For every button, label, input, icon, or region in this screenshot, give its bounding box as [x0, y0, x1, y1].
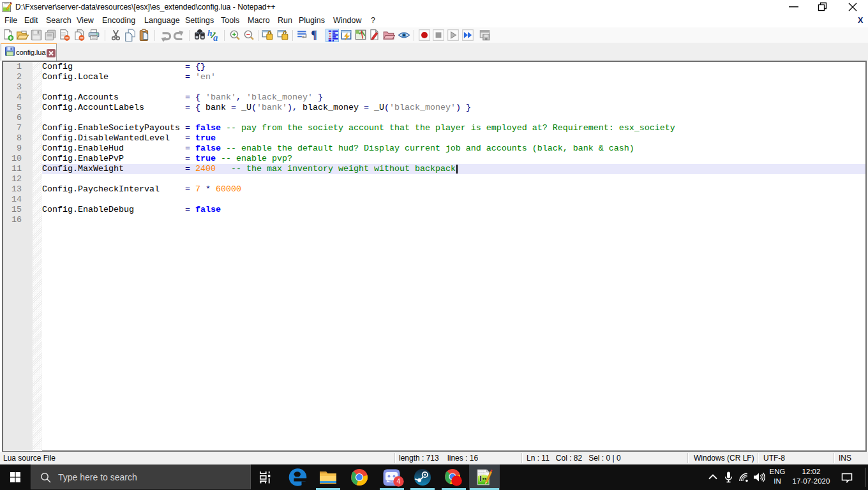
svg-text:a: a [213, 33, 218, 41]
svg-text:h: h [207, 29, 212, 38]
svg-text:4: 4 [397, 477, 401, 485]
svg-text:¶: ¶ [311, 29, 317, 41]
